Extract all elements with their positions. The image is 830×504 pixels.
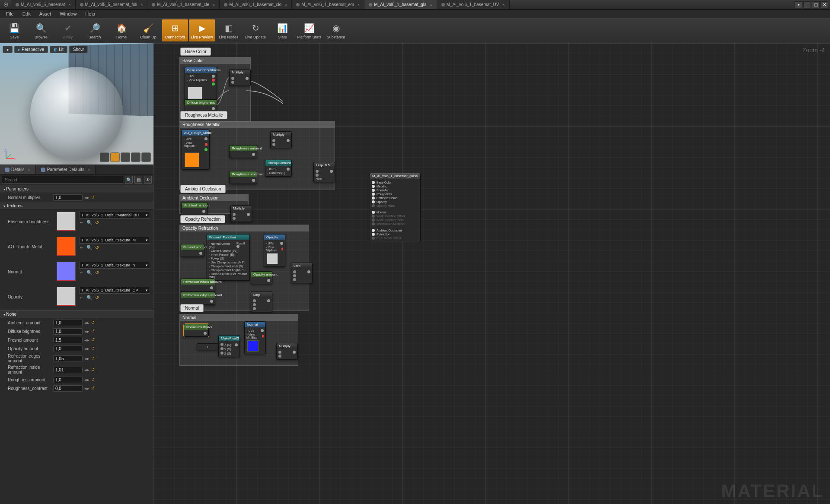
node-normal-texture[interactable]: Normal ◦ UVs ◦ View MipBias	[244, 321, 266, 354]
reset-icon[interactable]: ↺	[91, 346, 96, 351]
document-tab[interactable]: M_AI_vol6_1_basemat_clo×	[220, 0, 292, 9]
tab-parameter-defaults[interactable]: Parameter Defaults×	[36, 165, 96, 174]
close-icon[interactable]: ×	[140, 3, 143, 7]
output-pin[interactable]: Specular	[372, 188, 418, 192]
scalar-input[interactable]	[53, 367, 83, 373]
scalar-input[interactable]	[53, 355, 83, 362]
output-pin[interactable]: Ambient Occlusion	[372, 228, 418, 232]
material-graph[interactable]: Zoom -4 MATERIAL	[153, 43, 830, 504]
output-pin[interactable]: Emissive Color	[372, 196, 418, 200]
texture-thumbnail[interactable]	[57, 262, 76, 281]
node-roughness-contrast[interactable]: Roughness_contrast	[229, 171, 257, 184]
menu-file[interactable]: File	[2, 10, 18, 17]
document-tab[interactable]: M_AI_vol5_5_basemat_foli×	[76, 0, 148, 9]
texture-thumbnail[interactable]	[57, 237, 76, 256]
live-preview-button[interactable]: ▶Live Preview	[189, 19, 215, 41]
output-pin[interactable]: Metallic	[372, 184, 418, 188]
substance-button[interactable]: ◉Substance	[323, 19, 349, 41]
close-icon[interactable]: ×	[430, 3, 432, 7]
node-refraction-inside[interactable]: Refraction inside amount	[181, 279, 215, 292]
node-multiply[interactable]: Multiply	[230, 205, 252, 222]
spinner-icon[interactable]: ◂▸	[84, 320, 89, 326]
reset-icon[interactable]: ↺	[95, 220, 99, 225]
reset-icon[interactable]: ↺	[91, 337, 96, 342]
browse-button[interactable]: 🔍Browse	[28, 19, 54, 41]
node-fresnel-amount[interactable]: Fresnel amount	[181, 244, 204, 257]
close-icon[interactable]: ×	[68, 3, 70, 7]
minimize-button[interactable]: –	[803, 1, 811, 8]
output-pin[interactable]: Roughness	[372, 192, 418, 196]
maximize-button[interactable]: ▢	[812, 1, 820, 8]
output-pin[interactable]: Normal	[372, 210, 418, 214]
node-opacity-texture[interactable]: Opacity ◦ UVs ◦ View MipBias	[264, 234, 285, 267]
node-ambient-amount[interactable]: Ambient_amount	[182, 202, 208, 215]
close-icon[interactable]: ×	[358, 3, 360, 7]
output-pin[interactable]: Base Color	[372, 181, 418, 184]
node-lerp[interactable]: Lerp	[251, 292, 272, 312]
texture-picker[interactable]: T_AI_vol6_1_DefaultMaterial_BC▾	[79, 212, 150, 219]
cube-shape-button[interactable]	[131, 152, 140, 162]
spinner-icon[interactable]: ◂▸	[84, 386, 89, 391]
node-constant-1[interactable]: 1	[197, 343, 218, 350]
node-multiply[interactable]: Multiply	[276, 343, 298, 360]
scalar-input[interactable]	[53, 320, 83, 326]
reset-icon[interactable]: ↺	[95, 270, 99, 276]
spinner-icon[interactable]: ◂▸	[84, 377, 89, 383]
platform-stats-button[interactable]: 📈Platform Stats	[296, 19, 322, 41]
category-textures[interactable]: Textures	[0, 202, 153, 210]
comment-roughness[interactable]: Roughness Metallic	[180, 111, 227, 119]
node-cheap-contrast[interactable]: CheapContrast ◦ In (S) ◦ Contrast (S)	[265, 160, 292, 177]
menu-edit[interactable]: Edit	[18, 10, 35, 17]
sphere-shape-button[interactable]	[110, 152, 120, 162]
clean-up-button[interactable]: 🧹Clean Up	[135, 19, 161, 41]
search-button[interactable]: 🔎Search	[82, 19, 108, 41]
comment-opacity[interactable]: Opacity Refraction	[180, 215, 225, 223]
output-pin[interactable]: Opacity Mask	[372, 204, 418, 208]
reset-icon[interactable]: ↺	[91, 329, 96, 334]
spinner-icon[interactable]: ◂▸	[84, 195, 89, 200]
reset-icon[interactable]: ↺	[91, 386, 96, 391]
comment-normal[interactable]: Normal	[180, 304, 204, 312]
category-parameters[interactable]: Parameters	[0, 185, 153, 193]
scalar-input[interactable]	[53, 328, 83, 335]
home-button[interactable]: 🏠Home	[109, 19, 134, 41]
node-refraction-edges[interactable]: Refraction edges amount	[181, 292, 215, 305]
close-icon[interactable]: ×	[503, 3, 505, 7]
document-tab[interactable]: M_AI_vol6_1_basemat_cle×	[147, 0, 220, 9]
node-lerp05[interactable]: Lerp_0.5 Alpha	[313, 162, 335, 182]
search-input[interactable]	[2, 176, 123, 184]
node-base-color-brightness[interactable]: Base color brightness ◦ UVs ◦ View MipBi…	[185, 67, 217, 104]
reset-icon[interactable]: ↺	[91, 367, 96, 372]
reset-icon[interactable]: ↺	[91, 320, 96, 325]
close-icon[interactable]: ×	[28, 168, 30, 172]
output-pin[interactable]: World Position Offset	[372, 214, 418, 218]
apply-button[interactable]: ✔Apply	[55, 19, 81, 41]
output-pin[interactable]: World Displacement	[372, 218, 418, 222]
browse-icon[interactable]: 🔍	[86, 245, 93, 250]
node-fresnel-function[interactable]: Fresnel_Function ◦ Normal Vector (V3)Res…	[207, 234, 250, 281]
preview-viewport[interactable]: ▾ ▸Perspective ◐Lit Show z x	[0, 43, 153, 165]
use-selected-icon[interactable]: ←	[79, 245, 84, 250]
reset-icon[interactable]: ↺	[95, 245, 99, 250]
node-normal-multiplier[interactable]: Normal multiplier	[184, 324, 209, 337]
node-diffuse-brightness[interactable]: Diffuse brightness	[185, 99, 217, 112]
search-icon[interactable]: 🔍	[125, 176, 133, 184]
browse-icon[interactable]: 🔍	[86, 295, 93, 301]
filter-button[interactable]: 👁	[144, 176, 152, 184]
node-multiply[interactable]: Multiply	[229, 69, 251, 86]
node-lerp[interactable]: Lerp	[291, 263, 313, 283]
browse-icon[interactable]: 🔍	[86, 220, 93, 225]
node-makefloat3[interactable]: MakeFloat3 X (S) Y (S) Z (S)	[218, 335, 240, 357]
document-tab[interactable]: M_AI_vol6_1_basemat_em×	[292, 0, 364, 9]
cylinder-shape-button[interactable]	[100, 152, 109, 162]
output-pin[interactable]: Opacity	[372, 200, 418, 204]
document-tab[interactable]: M_AI_vol5_5_basemat×	[11, 0, 76, 9]
plane-shape-button[interactable]	[121, 152, 130, 162]
texture-picker[interactable]: T_AI_vol6_1_DefaultTexture_M▾	[79, 237, 150, 244]
reset-icon[interactable]: ↺	[91, 195, 96, 200]
spinner-icon[interactable]: ◂▸	[84, 337, 89, 343]
normal-multiplier-input[interactable]	[53, 194, 83, 201]
menu-asset[interactable]: Asset	[35, 10, 56, 17]
comment-base-color[interactable]: Base Color	[180, 48, 211, 56]
reset-icon[interactable]: ↺	[91, 356, 96, 361]
